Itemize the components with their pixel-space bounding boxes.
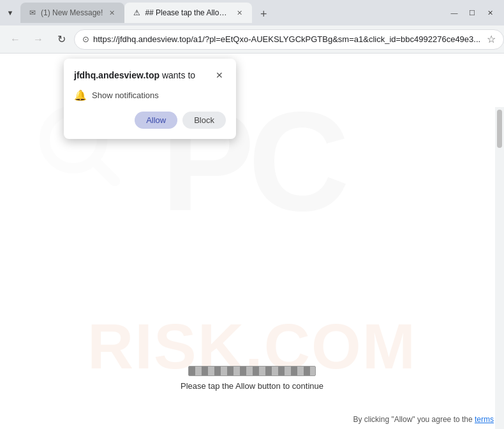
back-icon: ←: [10, 34, 20, 45]
allow-button[interactable]: Allow: [135, 112, 177, 129]
tab-item-1[interactable]: ✉ (1) New Message! ✕: [20, 3, 124, 23]
progress-bar: [188, 366, 316, 376]
maximize-icon: ☐: [469, 9, 475, 17]
tab-label-1: (1) New Message!: [41, 8, 103, 17]
bell-icon: 🔔: [74, 89, 87, 101]
address-text: https://jfdhq.andesview.top/a1/?pl=eEtQx…: [93, 34, 480, 44]
reload-button[interactable]: ↻: [51, 29, 71, 50]
window-top-bar: ▼ ✉ (1) New Message! ✕ ⚠ ## Please tap t…: [0, 0, 504, 25]
block-button[interactable]: Block: [182, 112, 226, 129]
close-window-button[interactable]: ✕: [481, 4, 499, 22]
toolbar: ← → ↻ ⊙ https://jfdhq.andesview.top/a1/?…: [0, 25, 504, 54]
page-content: PC RISK.COM jfdhq.andesview.top wants to…: [0, 54, 504, 429]
popup-actions: Allow Block: [74, 112, 226, 129]
bottom-notice: By clicking "Allow" you agree to the ter…: [353, 415, 494, 424]
reload-icon: ↻: [57, 33, 66, 45]
notification-popup: jfdhq.andesview.top wants to ✕ 🔔 Show no…: [64, 59, 236, 139]
tab-label-2: ## Please tap the Allow button: [145, 8, 230, 17]
tab-item-2[interactable]: ⚠ ## Please tap the Allow button ✕: [124, 3, 252, 23]
minimize-button[interactable]: —: [445, 4, 463, 22]
browser-window: ▼ ✉ (1) New Message! ✕ ⚠ ## Please tap t…: [0, 0, 504, 429]
minimize-icon: —: [451, 9, 458, 17]
tab-dropdown-button[interactable]: ▼: [0, 9, 20, 17]
popup-header: jfdhq.andesview.top wants to ✕: [74, 69, 226, 82]
popup-title: jfdhq.andesview.top wants to: [74, 70, 195, 80]
forward-icon: →: [33, 34, 43, 45]
tab-close-1[interactable]: ✕: [107, 8, 117, 18]
popup-close-button[interactable]: ✕: [213, 69, 226, 82]
forward-button[interactable]: →: [28, 29, 48, 50]
popup-title-rest: wants to: [159, 70, 195, 80]
maximize-button[interactable]: ☐: [463, 4, 481, 22]
tab-favicon-2: ⚠: [132, 8, 141, 17]
popup-close-icon: ✕: [216, 70, 223, 80]
progress-text: Please tap the Allow button to continue: [181, 381, 323, 391]
new-tab-icon: +: [260, 8, 267, 21]
close-window-icon: ✕: [487, 9, 493, 17]
popup-permission-row: 🔔 Show notifications: [74, 89, 226, 101]
tab-close-2[interactable]: ✕: [234, 8, 244, 18]
popup-domain: jfdhq.andesview.top: [74, 70, 159, 80]
new-tab-button[interactable]: +: [255, 5, 272, 23]
scrollbar[interactable]: [495, 107, 504, 429]
svg-line-1: [96, 162, 115, 181]
tab-favicon-1: ✉: [28, 8, 37, 17]
window-controls: — ☐ ✕: [440, 4, 504, 22]
terms-link[interactable]: terms: [475, 415, 494, 424]
address-bar[interactable]: ⊙ https://jfdhq.andesview.top/a1/?pl=eEt…: [74, 29, 504, 50]
bookmark-icon[interactable]: ☆: [487, 33, 496, 45]
progress-area: Please tap the Allow button to continue: [0, 366, 504, 391]
lock-icon: ⊙: [82, 34, 89, 44]
bottom-notice-text: By clicking "Allow" you agree to the: [353, 415, 475, 424]
popup-permission-text: Show notifications: [92, 91, 159, 100]
tab-bar: ✉ (1) New Message! ✕ ⚠ ## Please tap the…: [20, 3, 440, 23]
back-button[interactable]: ←: [5, 29, 26, 50]
scrollbar-thumb[interactable]: [497, 110, 502, 148]
